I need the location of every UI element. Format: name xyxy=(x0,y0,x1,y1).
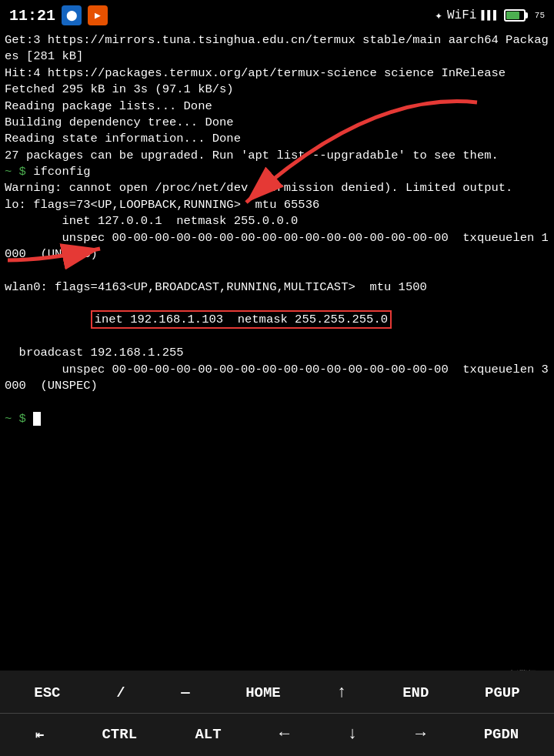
bluetooth-icon: ✦ xyxy=(435,8,442,23)
key-left[interactable]: ← xyxy=(275,721,294,747)
battery-icon xyxy=(504,9,526,22)
term-line: inet 127.0.0.1 netmask 255.0.0.0 xyxy=(5,213,549,229)
status-left: 11:21 ⬤ ▶ xyxy=(9,5,108,25)
keyboard-bar: ESC / — HOME ↑ END PGUP ⇤ CTRL ALT ← ↓ →… xyxy=(0,671,554,756)
term-prompt-line: ~ $ ifconfig xyxy=(5,164,549,180)
term-line: lo: flags=73<UP,LOOPBACK,RUNNING> mtu 65… xyxy=(5,197,549,213)
term-line: broadcast 192.168.1.255 xyxy=(5,345,549,361)
bottom-key-row: ⇤ CTRL ALT ← ↓ → PGDN xyxy=(0,714,554,756)
key-pgup[interactable]: PGUP xyxy=(480,681,525,704)
term-line: Get:3 https://mirrors.tuna.tsinghua.edu.… xyxy=(5,32,549,65)
term-line: 27 packages can be upgraded. Run 'apt li… xyxy=(5,148,549,164)
key-pgdn[interactable]: PGDN xyxy=(479,723,524,746)
key-ctrl[interactable]: CTRL xyxy=(97,723,142,746)
wifi-icon: WiFi xyxy=(447,8,476,22)
term-line: wlan0: flags=4163<UP,BROADCAST,RUNNING,M… xyxy=(5,279,549,296)
notification-icon-2: ▶ xyxy=(88,5,108,25)
term-cursor-line: ~ $ xyxy=(5,411,549,427)
term-line: Hit:4 https://packages.termux.org/apt/te… xyxy=(5,65,549,82)
signal-icon: ▌▌▌ xyxy=(481,10,499,22)
term-line: Fetched 295 kB in 3s (97.1 kB/s) xyxy=(5,82,549,98)
top-key-row: ESC / — HOME ↑ END PGUP xyxy=(0,671,554,714)
term-line: Reading state information... Done xyxy=(5,131,549,147)
key-esc[interactable]: ESC xyxy=(29,681,65,704)
ip-highlight-box: inet 192.168.1.103 netmask 255.255.255.0 xyxy=(91,310,392,329)
battery-percent: 75 xyxy=(535,11,545,20)
key-home[interactable]: HOME xyxy=(241,681,285,704)
key-right[interactable]: → xyxy=(411,721,430,747)
key-end[interactable]: END xyxy=(398,681,433,704)
status-right: ✦ WiFi ▌▌▌ 75 xyxy=(435,8,545,23)
key-up[interactable]: ↑ xyxy=(332,680,351,705)
term-line xyxy=(5,394,549,410)
time-display: 11:21 xyxy=(9,7,55,25)
key-slash[interactable]: / xyxy=(112,681,129,704)
key-dash[interactable]: — xyxy=(176,681,194,704)
term-line: Reading package lists... Done xyxy=(5,99,549,115)
key-down[interactable]: ↓ xyxy=(343,721,362,747)
notification-icon-1: ⬤ xyxy=(62,5,82,25)
term-line: Warning: cannot open /proc/net/dev (Perm… xyxy=(5,180,549,196)
cursor xyxy=(33,412,41,426)
key-tab[interactable]: ⇤ xyxy=(31,722,48,747)
term-line: unspec 00-00-00-00-00-00-00-00-00-00-00-… xyxy=(5,362,549,395)
key-alt[interactable]: ALT xyxy=(190,723,225,746)
term-line-highlighted: inet 192.168.1.103 netmask 255.255.255.0 xyxy=(5,296,549,345)
term-line xyxy=(5,263,549,279)
status-bar: 11:21 ⬤ ▶ ✦ WiFi ▌▌▌ 75 xyxy=(0,0,554,29)
terminal-area[interactable]: Get:3 https://mirrors.tuna.tsinghua.edu.… xyxy=(0,29,554,637)
term-line: unspec 00-00-00-00-00-00-00-00-00-00-00-… xyxy=(5,230,549,263)
term-line: Building dependency tree... Done xyxy=(5,115,549,131)
